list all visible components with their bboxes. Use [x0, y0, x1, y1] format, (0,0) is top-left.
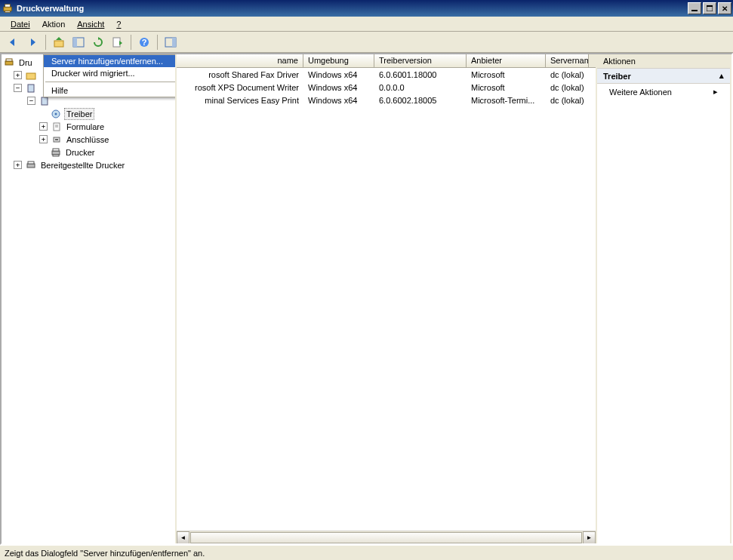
driver-icon: [50, 108, 62, 120]
svg-rect-3: [691, 10, 698, 11]
list-row[interactable]: rosoft XPS Document Writer Windows x64 0…: [177, 81, 596, 94]
actions-section-drivers[interactable]: Treiber ▴: [597, 69, 730, 84]
show-hide-console-tree-button[interactable]: [69, 33, 88, 51]
svg-rect-5: [707, 5, 713, 7]
menu-bar: Datei Aktion Ansicht ?: [0, 17, 733, 32]
tree-node-deployed-printers[interactable]: + Bereitgestellte Drucker: [3, 158, 174, 171]
svg-rect-8: [54, 41, 63, 47]
refresh-button[interactable]: [89, 33, 107, 51]
app-icon: [2, 2, 14, 14]
menu-action[interactable]: Aktion: [36, 18, 72, 30]
scroll-thumb[interactable]: [190, 532, 582, 543]
show-hide-action-pane-button[interactable]: [162, 33, 180, 51]
svg-rect-23: [42, 97, 48, 105]
driver-env: Windows x64: [303, 69, 374, 80]
scroll-left-button[interactable]: ◄: [177, 531, 189, 544]
horizontal-scrollbar[interactable]: ◄ ►: [177, 531, 596, 543]
list-row[interactable]: minal Services Easy Print Windows x64 6.…: [177, 94, 596, 106]
column-header-server-name[interactable]: Servernam: [546, 54, 589, 67]
driver-name: rosoft XPS Document Writer: [195, 83, 299, 92]
help-button[interactable]: ?: [135, 33, 153, 51]
driver-name: rosoft Shared Fax Driver: [208, 70, 299, 79]
actions-pane: Aktionen Treiber ▴ Weitere Aktionen ▸: [597, 54, 731, 543]
maximize-button[interactable]: [703, 2, 716, 14]
svg-rect-34: [27, 164, 35, 168]
title-bar: Druckverwaltung ✕: [0, 0, 733, 17]
svg-rect-2: [5, 11, 11, 13]
tree-label-printers: Drucker: [64, 147, 97, 158]
forward-button[interactable]: [23, 33, 42, 51]
forms-icon: [51, 121, 63, 133]
driver-server: dc (lokal): [546, 69, 589, 80]
svg-marker-6: [10, 38, 14, 46]
driver-version: 6.0.6001.18000: [374, 69, 467, 80]
list-row[interactable]: rosoft Shared Fax Driver Windows x64 6.0…: [177, 68, 596, 81]
expand-icon[interactable]: +: [39, 135, 48, 143]
menu-file[interactable]: Datei: [5, 18, 36, 30]
svg-rect-19: [5, 61, 13, 65]
status-text: Zeigt das Dialogfeld "Server hinzufügen/…: [5, 549, 728, 558]
deployed-printers-icon: [25, 159, 37, 171]
driver-vendor: Microsoft-Termi...: [467, 95, 546, 106]
window-controls: ✕: [686, 2, 731, 14]
minimize-button[interactable]: [688, 2, 701, 14]
collapse-icon[interactable]: −: [14, 84, 22, 92]
driver-env: Windows x64: [303, 82, 374, 93]
svg-point-25: [55, 112, 57, 115]
tree-label-ports: Anschlüsse: [65, 134, 110, 145]
column-header-driver-version[interactable]: Treiberversion: [374, 54, 467, 67]
toolbar: ?: [0, 32, 733, 53]
printer-management-icon: [3, 57, 15, 69]
back-button[interactable]: [4, 33, 22, 51]
context-menu-add-remove-server[interactable]: Server hinzufügen/entfernen...: [44, 55, 177, 67]
list-body[interactable]: rosoft Shared Fax Driver Windows x64 6.0…: [177, 68, 596, 531]
svg-rect-20: [6, 59, 12, 61]
context-menu-help[interactable]: Hilfe: [44, 85, 177, 97]
svg-rect-0: [4, 7, 12, 11]
expand-icon[interactable]: +: [14, 161, 22, 169]
toolbar-separator: [157, 35, 158, 50]
svg-rect-13: [113, 38, 120, 47]
svg-rect-31: [52, 151, 60, 155]
svg-text:?: ?: [142, 38, 147, 47]
actions-more-label: Weitere Aktionen: [609, 88, 672, 97]
collapse-icon[interactable]: −: [27, 97, 35, 105]
svg-rect-33: [53, 155, 59, 156]
svg-rect-11: [73, 38, 77, 47]
ports-icon: [51, 134, 63, 146]
column-header-name[interactable]: name: [177, 54, 303, 67]
list-header: name Umgebung Treiberversion Anbieter Se…: [177, 54, 596, 68]
tree-node-forms[interactable]: + Formulare: [3, 120, 174, 133]
expand-icon[interactable]: +: [14, 71, 22, 79]
menu-view[interactable]: Ansicht: [71, 18, 110, 30]
close-button[interactable]: ✕: [718, 2, 731, 14]
tree-node-drivers[interactable]: Treiber: [3, 107, 174, 120]
actions-header: Aktionen: [597, 54, 730, 69]
tree-node-printers[interactable]: Drucker: [3, 146, 174, 158]
toolbar-separator: [131, 35, 131, 50]
svg-marker-9: [56, 37, 62, 40]
svg-rect-32: [53, 149, 59, 151]
tree-node-ports[interactable]: + Anschlüsse: [3, 133, 174, 146]
driver-version: 6.0.6002.18005: [374, 95, 467, 106]
export-list-button[interactable]: [109, 33, 127, 51]
scroll-right-button[interactable]: ►: [583, 531, 596, 544]
driver-name: minal Services Easy Print: [205, 96, 299, 105]
expand-icon[interactable]: +: [39, 122, 48, 131]
context-menu-separator: [45, 82, 175, 82]
submenu-triangle-icon: ▸: [713, 87, 718, 97]
menu-help[interactable]: ?: [110, 18, 127, 30]
actions-section-label: Treiber: [603, 72, 631, 81]
tree-label-deployed-printers: Bereitgestellte Drucker: [39, 160, 126, 171]
svg-rect-30: [55, 139, 58, 140]
up-button[interactable]: [50, 33, 68, 51]
window-title: Druckverwaltung: [17, 4, 686, 13]
column-header-environment[interactable]: Umgebung: [303, 54, 374, 67]
column-header-vendor[interactable]: Anbieter: [467, 54, 546, 67]
list-pane: name Umgebung Treiberversion Anbieter Se…: [177, 54, 597, 543]
context-menu: Server hinzufügen/entfernen... Drucker w…: [43, 54, 177, 97]
actions-more-actions[interactable]: Weitere Aktionen ▸: [597, 84, 730, 100]
context-menu-migrate-printers[interactable]: Drucker wird migriert...: [44, 67, 177, 79]
svg-rect-35: [28, 162, 34, 164]
tree-label-drivers: Treiber: [64, 108, 94, 120]
